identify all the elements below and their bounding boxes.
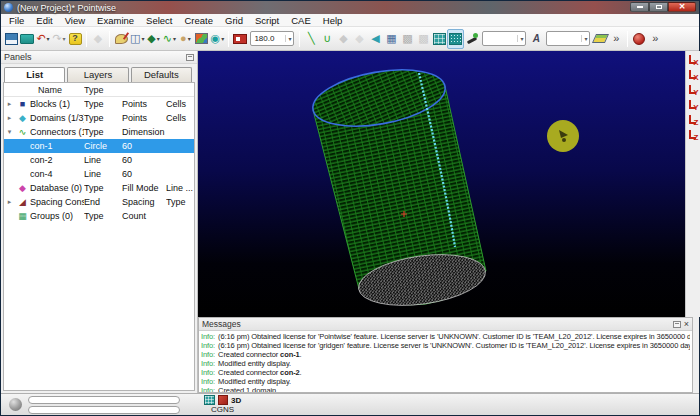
menu-grid[interactable]: Grid [219, 14, 249, 27]
tree-row-spacing-constraints[interactable]: ▸◢Spacing Constrai...EndSpacingType [4, 195, 194, 209]
toolbar-overflow-button[interactable]: » [608, 29, 624, 49]
tree-cell-value: Fill Mode [122, 183, 166, 193]
open-button[interactable] [19, 29, 35, 49]
rotation-angle-combo[interactable]: 180.0▾ [250, 31, 294, 46]
minimize-button[interactable] [630, 2, 649, 12]
paste-button[interactable]: ◆ [90, 29, 106, 49]
entity-name-combo-arrow-icon[interactable]: ▾ [581, 35, 589, 42]
wireframe-cube-icon: ◫ [130, 33, 140, 44]
message-level: Info: [201, 350, 215, 359]
tree-row-con-2[interactable]: con-2Line60 [4, 153, 194, 167]
layers-button[interactable] [592, 29, 608, 49]
menu-view[interactable]: View [59, 14, 91, 27]
rotation-angle-combo-arrow-icon[interactable]: ▾ [285, 35, 293, 42]
messages-panel: Messages × Info:(6:16 pm) Obtained licen… [198, 317, 693, 393]
menu-cae[interactable]: CAE [285, 14, 317, 27]
menu-help[interactable]: Help [317, 14, 349, 27]
view-plus-y-button[interactable]: Y [687, 83, 700, 97]
create-connector-button-dropdown[interactable]: ▾ [173, 35, 176, 42]
teal-grid-icon [433, 33, 446, 45]
view-minus-y-button[interactable]: Y [687, 98, 700, 112]
create-block-button-dropdown[interactable]: ▾ [141, 35, 144, 42]
close-messages-button[interactable]: × [684, 320, 689, 329]
undo-button-dropdown[interactable]: ▾ [47, 35, 50, 42]
two-point-curve-button[interactable]: ╲ [303, 29, 319, 49]
maximize-button[interactable] [649, 2, 668, 12]
create-connector-button[interactable]: ∿▾ [161, 29, 177, 49]
arc-curve-button[interactable]: ∪ [319, 29, 335, 49]
create-domain-button-dropdown[interactable]: ▾ [157, 35, 160, 42]
revolve-button[interactable]: ◆ [351, 29, 367, 49]
join-button[interactable]: ▩ [415, 29, 431, 49]
tree-expander-icon[interactable]: ▸ [4, 198, 15, 206]
status-field-2[interactable] [28, 406, 180, 414]
tree-cell-value: Points [122, 113, 166, 123]
tree-cell-type: Circle [84, 141, 122, 151]
menu-select[interactable]: Select [140, 14, 178, 27]
set-view-button[interactable] [232, 29, 248, 49]
title-bar[interactable]: (New Project)* Pointwise ✕ [1, 1, 699, 14]
help-button[interactable]: ? [67, 29, 83, 49]
tab-defaults[interactable]: Defaults [131, 67, 192, 82]
dimension-combo[interactable]: ▾ [482, 31, 526, 46]
tab-layers[interactable]: Layers [67, 67, 128, 82]
mask-button[interactable] [631, 29, 647, 49]
orient-view-button-dropdown[interactable]: ▾ [221, 35, 224, 42]
entity-name-combo[interactable]: ▾ [546, 31, 590, 46]
tree-row-con-4[interactable]: con-4Line60 [4, 167, 194, 181]
menu-script[interactable]: Script [249, 14, 285, 27]
sweep-button[interactable]: ◀ [367, 29, 383, 49]
menu-edit[interactable]: Edit [30, 14, 58, 27]
tree-cell-value: Spacing [122, 197, 166, 207]
tree-expander-icon[interactable]: ▸ [4, 114, 15, 122]
undo-button[interactable]: ↶▾ [35, 29, 51, 49]
dimension-combo-arrow-icon[interactable]: ▾ [517, 35, 525, 42]
tree-row-database[interactable]: ◆Database (0)TypeFill ModeLine ... [4, 181, 194, 195]
tree-row-con-1[interactable]: con-1Circle60 [4, 139, 194, 153]
float-panel-button[interactable] [186, 54, 194, 61]
tree-row-blocks[interactable]: ▸■Blocks (1)TypePointsCells [4, 97, 194, 111]
create-database-entity-button-dropdown[interactable]: ▾ [188, 35, 191, 42]
save-button[interactable] [3, 29, 19, 49]
tree-expander-icon[interactable]: ▾ [4, 128, 15, 136]
menu-examine[interactable]: Examine [91, 14, 140, 27]
cylinder-mesh-scene [198, 51, 685, 317]
message-level: Info: [201, 341, 215, 350]
view-minus-x-button[interactable]: X [687, 68, 700, 82]
float-messages-button[interactable] [673, 321, 681, 328]
orient-view-button[interactable]: ◉▾ [209, 29, 225, 49]
tree-column-name[interactable]: Name [30, 85, 84, 95]
tree-column-type[interactable]: Type [84, 85, 122, 95]
toolbar-overflow-button-2[interactable]: » [647, 29, 663, 49]
viewport-canvas[interactable] [198, 51, 685, 317]
view-plus-x-button[interactable]: X [687, 53, 700, 67]
redo-button[interactable]: ↷▾ [51, 29, 67, 49]
menu-file[interactable]: File [3, 14, 30, 27]
message-level: Info: [201, 332, 215, 341]
unstructured-domain-button[interactable] [447, 29, 464, 49]
view-plus-z-button[interactable]: Z [687, 113, 700, 127]
rename-button[interactable]: A [528, 29, 544, 49]
menu-create[interactable]: Create [178, 14, 219, 27]
tree-cell-value: Points [122, 99, 166, 109]
tree-row-domains[interactable]: ▸◆Domains (1/3)TypePointsCells [4, 111, 194, 125]
dimension-tool-button[interactable] [464, 29, 480, 49]
create-domain-button[interactable]: ◆▾ [145, 29, 161, 49]
status-field-1[interactable] [28, 396, 180, 404]
close-button[interactable]: ✕ [668, 2, 696, 12]
create-database-entity-button[interactable]: ●▾ [177, 29, 193, 49]
tree-expander-icon[interactable]: ▸ [4, 100, 15, 108]
tab-list[interactable]: List [4, 67, 65, 82]
tree-row-groups[interactable]: ▦Groups (0)TypeCount [4, 209, 194, 223]
display-attributes-button[interactable] [193, 29, 209, 49]
draw-database-button[interactable] [113, 29, 129, 49]
redo-button-dropdown[interactable]: ▾ [63, 35, 66, 42]
view-minus-z-button[interactable]: Z [687, 128, 700, 142]
extrude-button[interactable]: ◆ [335, 29, 351, 49]
message-text: con-2 [280, 368, 300, 377]
structured-domain-button[interactable] [431, 29, 447, 49]
split-button[interactable]: ▩ [399, 29, 415, 49]
create-block-button[interactable]: ◫▾ [129, 29, 145, 49]
assemble-block-button[interactable]: ▦ [383, 29, 399, 49]
tree-row-connectors[interactable]: ▾∿Connectors (1/3)TypeDimension [4, 125, 194, 139]
